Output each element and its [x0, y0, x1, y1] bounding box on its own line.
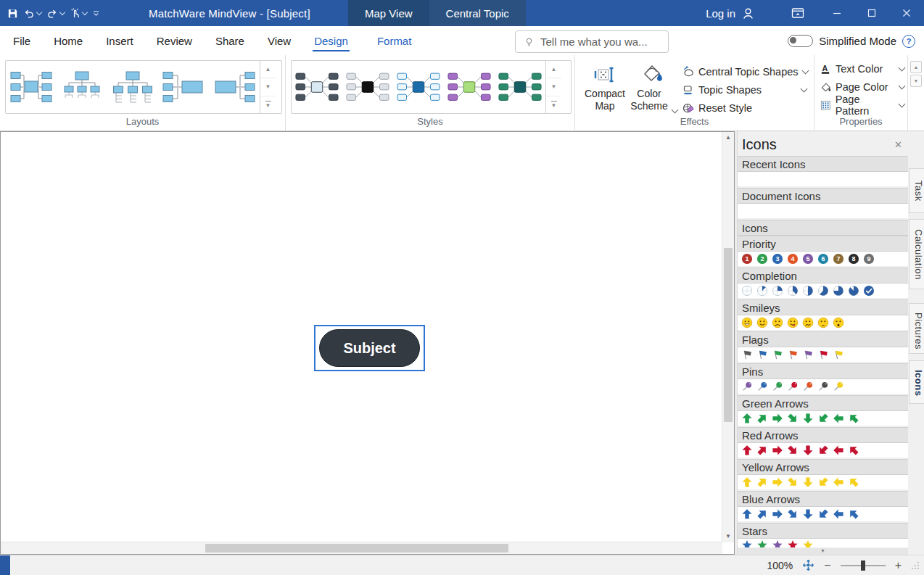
flag-orange-icon[interactable]	[787, 349, 799, 360]
arrow-red-up-right-icon[interactable]	[756, 444, 768, 456]
ribbon-gallery-up-icon[interactable]: ▲	[910, 61, 922, 73]
ribbon-display-options-button[interactable]	[782, 0, 814, 26]
priority-3-icon[interactable]: 3	[772, 253, 783, 265]
arrow-green-right-icon[interactable]	[772, 413, 783, 424]
styles-scroll-down-icon[interactable]: ▼	[546, 78, 561, 96]
priority-7-icon[interactable]: 7	[833, 253, 844, 265]
right-layout-thumbnail[interactable]	[209, 62, 260, 112]
redo-button[interactable]	[46, 8, 65, 19]
star-purple-icon[interactable]	[772, 539, 783, 547]
flag-blue-icon[interactable]	[756, 349, 768, 360]
smiley-frown-icon[interactable]	[772, 317, 783, 328]
arrow-green-up-left-icon[interactable]	[848, 413, 859, 424]
arrow-yellow-right-icon[interactable]	[772, 476, 783, 488]
minimize-button[interactable]	[820, 0, 854, 26]
org-chart-layout-thumbnail[interactable]	[107, 62, 158, 112]
priority-2-icon[interactable]: 2	[756, 253, 768, 265]
green-arrows-section-header[interactable]: Green Arrows	[738, 395, 908, 411]
flag-gray-icon[interactable]	[741, 349, 753, 360]
arrow-blue-up-left-icon[interactable]	[848, 508, 859, 520]
star-red-icon[interactable]	[787, 539, 799, 547]
tab-view[interactable]: View	[266, 26, 292, 55]
zoom-slider[interactable]	[841, 565, 886, 566]
arrow-blue-up-right-icon[interactable]	[756, 508, 768, 520]
priority-6-icon[interactable]: 6	[817, 253, 829, 265]
touch-mode-dropdown-icon[interactable]	[82, 9, 88, 15]
smiley-laugh-icon[interactable]	[741, 317, 753, 328]
resize-grip-icon[interactable]	[911, 561, 920, 570]
completion-0-icon[interactable]	[741, 285, 753, 297]
zoom-in-icon[interactable]: +	[895, 559, 902, 572]
arrow-yellow-down-right-icon[interactable]	[787, 476, 799, 488]
styles-scroll-up-icon[interactable]: ▲	[546, 61, 561, 78]
tab-insert[interactable]: Insert	[104, 26, 135, 55]
priority-9-icon[interactable]: 9	[863, 253, 875, 265]
flags-section-header[interactable]: Flags	[738, 331, 908, 347]
close-window-button[interactable]	[889, 0, 924, 26]
undo-button[interactable]	[23, 8, 41, 19]
blue-arrows-section-header[interactable]: Blue Arrows	[738, 491, 908, 507]
arrow-yellow-left-icon[interactable]	[833, 476, 844, 488]
login-button[interactable]: Log in	[706, 7, 754, 20]
save-button[interactable]	[7, 8, 18, 19]
arrow-green-down-icon[interactable]	[802, 413, 814, 424]
panel-close-icon[interactable]: ✕	[894, 139, 902, 150]
star-blue-icon[interactable]	[741, 539, 753, 547]
arrow-blue-down-right-icon[interactable]	[787, 508, 799, 520]
tab-file[interactable]: File	[12, 26, 32, 55]
redo-dropdown-icon[interactable]	[59, 9, 65, 15]
red-arrows-section-header[interactable]: Red Arrows	[738, 427, 908, 443]
topic-shapes-button[interactable]: Topic Shapes	[682, 80, 808, 99]
completion-75-icon[interactable]	[833, 285, 844, 297]
scroll-down-icon[interactable]: ▼	[722, 531, 734, 542]
priority-5-icon[interactable]: 5	[802, 253, 814, 265]
smileys-section-header[interactable]: Smileys	[738, 299, 908, 315]
undo-dropdown-icon[interactable]	[36, 9, 42, 15]
canvas-horizontal-scrollbar[interactable]	[1, 542, 722, 554]
smiley-surprised-icon[interactable]	[833, 317, 844, 328]
smiley-grimace-icon[interactable]	[817, 317, 829, 328]
simplified-mode-toggle[interactable]	[788, 35, 813, 47]
pin-orange-icon[interactable]	[802, 381, 814, 392]
pin-purple-icon[interactable]	[741, 381, 753, 392]
pin-black-icon[interactable]	[817, 381, 829, 392]
completion-100-icon[interactable]	[863, 285, 875, 297]
doc-tab-map-view[interactable]: Map View	[348, 0, 429, 26]
arrow-blue-down-icon[interactable]	[802, 508, 814, 520]
reset-style-button[interactable]: Reset Style	[682, 99, 808, 117]
style-4-thumbnail[interactable]	[444, 62, 495, 112]
flag-yellow-icon[interactable]	[833, 349, 844, 360]
arrow-green-down-left-icon[interactable]	[817, 413, 829, 424]
central-topic-node[interactable]: Subject	[319, 329, 420, 367]
style-5-thumbnail[interactable]	[495, 62, 545, 112]
page-pattern-button[interactable]: Page Pattern	[820, 96, 906, 114]
completion-87-icon[interactable]	[848, 285, 859, 297]
side-tab-pictures[interactable]: Pictures	[909, 303, 924, 354]
smiley-wry-icon[interactable]	[802, 317, 814, 328]
arrow-yellow-up-right-icon[interactable]	[756, 476, 768, 488]
fit-zoom-icon[interactable]	[802, 559, 814, 571]
completion-section-header[interactable]: Completion	[738, 268, 908, 284]
priority-8-icon[interactable]: 8	[848, 253, 859, 265]
recent-icons-section-header[interactable]: Recent Icons	[738, 156, 908, 172]
arrow-green-up-icon[interactable]	[741, 413, 753, 424]
mind-map-layout-thumbnail[interactable]	[6, 62, 57, 112]
tab-format[interactable]: Format	[376, 26, 413, 55]
arrow-red-down-right-icon[interactable]	[787, 444, 799, 456]
arrow-green-left-icon[interactable]	[833, 413, 844, 424]
pin-blue-icon[interactable]	[756, 381, 768, 392]
style-1-thumbnail[interactable]	[292, 62, 342, 112]
arrow-yellow-up-left-icon[interactable]	[848, 476, 859, 488]
ribbon-gallery-down-icon[interactable]: ▼	[910, 75, 922, 87]
central-topic-shapes-button[interactable]: Central Topic Shapes	[682, 62, 808, 80]
style-2-thumbnail[interactable]	[342, 62, 393, 112]
vertical-scroll-thumb[interactable]	[724, 248, 733, 422]
side-tab-task[interactable]: Task	[909, 168, 924, 213]
tab-share[interactable]: Share	[214, 26, 246, 55]
customize-quick-access-button[interactable]	[92, 9, 100, 17]
layouts-scroll-up-icon[interactable]: ▲	[260, 61, 276, 78]
priority-4-icon[interactable]: 4	[787, 253, 799, 265]
style-3-thumbnail[interactable]	[393, 62, 444, 112]
scroll-up-icon[interactable]: ▲	[722, 132, 734, 144]
panel-scroll-strip[interactable]: ▼	[738, 548, 908, 555]
